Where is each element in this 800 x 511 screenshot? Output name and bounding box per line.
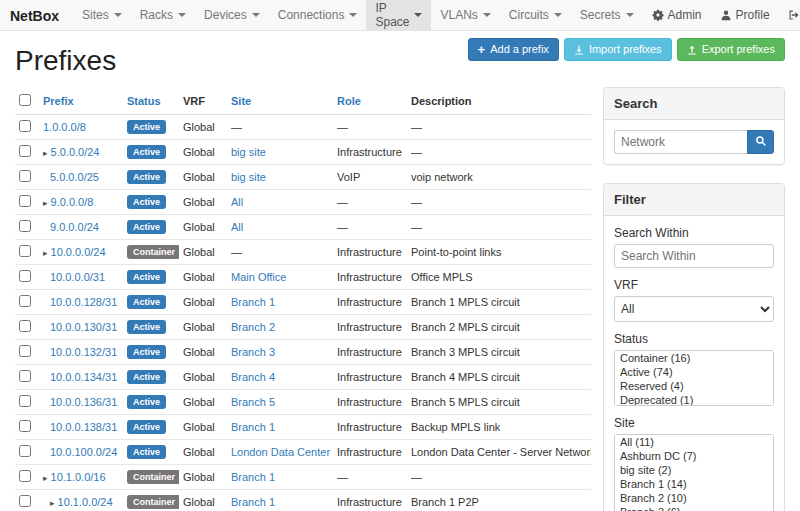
expand-arrow-icon: ▸: [43, 148, 48, 158]
app-brand[interactable]: NetBox: [0, 0, 73, 30]
search-panel-title: Search: [604, 88, 784, 120]
select-all-checkbox[interactable]: [19, 94, 31, 106]
role-value: Infrastructure: [337, 346, 402, 358]
row-checkbox[interactable]: [19, 245, 31, 257]
filter-option[interactable]: Branch 3 (6): [615, 505, 773, 511]
filter-option[interactable]: All (11): [615, 435, 773, 449]
site-link[interactable]: Branch 4: [231, 371, 275, 383]
filter-option[interactable]: big site (2): [615, 463, 773, 477]
row-checkbox[interactable]: [19, 195, 31, 207]
prefix-link[interactable]: 9.0.0.0/24: [50, 221, 99, 233]
nav-item-label: Secrets: [580, 8, 621, 22]
filter-option[interactable]: Active (74): [615, 365, 773, 379]
row-checkbox[interactable]: [19, 445, 31, 457]
row-checkbox[interactable]: [19, 295, 31, 307]
logout-link[interactable]: Log out: [779, 0, 800, 30]
prefix-link[interactable]: 10.1.0.0/16: [51, 471, 106, 483]
profile-link[interactable]: Profile: [711, 0, 779, 30]
site-link[interactable]: Branch 1: [231, 421, 275, 433]
prefix-link[interactable]: 5.0.0.0/24: [51, 146, 100, 158]
vrf-filter-select[interactable]: All: [614, 296, 774, 322]
filter-option[interactable]: Branch 2 (10): [615, 491, 773, 505]
site-link[interactable]: Main Office: [231, 271, 286, 283]
search-input[interactable]: [614, 130, 747, 154]
row-checkbox[interactable]: [19, 345, 31, 357]
prefix-link[interactable]: 5.0.0.0/25: [50, 171, 99, 183]
site-link[interactable]: All: [231, 221, 243, 233]
prefix-link[interactable]: 10.0.0.0/24: [51, 246, 106, 258]
site-link[interactable]: Branch 1: [231, 296, 275, 308]
vrf-value: Global: [183, 346, 215, 358]
user-icon: [720, 9, 732, 21]
row-checkbox[interactable]: [19, 145, 31, 157]
row-checkbox[interactable]: [19, 170, 31, 182]
filter-option[interactable]: Deprecated (1): [615, 393, 773, 406]
export-prefixes-button[interactable]: Export prefixes: [677, 38, 785, 61]
admin-link[interactable]: Admin: [643, 0, 711, 30]
site-link[interactable]: Branch 5: [231, 396, 275, 408]
chevron-down-icon: [554, 13, 562, 17]
site-link[interactable]: Branch 1: [231, 496, 275, 508]
nav-item-racks[interactable]: Racks: [131, 0, 195, 30]
site-filter-select[interactable]: All (11)Ashburn DC (7)big site (2)Branch…: [614, 434, 774, 511]
row-checkbox[interactable]: [19, 495, 31, 507]
plus-icon: +: [478, 44, 486, 55]
prefix-link[interactable]: 10.1.0.0/24: [58, 496, 113, 508]
row-checkbox[interactable]: [19, 395, 31, 407]
nav-item-connections[interactable]: Connections: [269, 0, 367, 30]
site-link[interactable]: big site: [231, 146, 266, 158]
site-link[interactable]: All: [231, 196, 243, 208]
status-badge: Active: [127, 195, 166, 209]
site-link[interactable]: Branch 2: [231, 321, 275, 333]
search-within-input[interactable]: [614, 244, 774, 268]
prefix-link[interactable]: 10.0.100.0/24: [50, 446, 117, 458]
status-filter-select[interactable]: Container (16)Active (74)Reserved (4)Dep…: [614, 350, 774, 406]
prefix-link[interactable]: 10.0.0.130/31: [50, 321, 117, 333]
nav-item-ip-space[interactable]: IP Space: [366, 0, 431, 30]
table-row: 1.0.0.0/8ActiveGlobal———: [15, 115, 591, 140]
prefix-link[interactable]: 10.0.0.136/31: [50, 396, 117, 408]
row-checkbox[interactable]: [19, 420, 31, 432]
prefix-link[interactable]: 10.0.0.134/31: [50, 371, 117, 383]
nav-item-circuits[interactable]: Circuits: [500, 0, 571, 30]
prefix-link[interactable]: 10.0.0.128/31: [50, 296, 117, 308]
profile-label: Profile: [736, 8, 770, 22]
chevron-down-icon: [114, 13, 122, 17]
status-badge: Active: [127, 420, 166, 434]
search-button[interactable]: [747, 130, 774, 154]
row-checkbox[interactable]: [19, 270, 31, 282]
site-link[interactable]: big site: [231, 171, 266, 183]
filter-option[interactable]: Branch 1 (14): [615, 477, 773, 491]
prefix-link[interactable]: 10.0.0.0/31: [50, 271, 105, 283]
nav-item-devices[interactable]: Devices: [195, 0, 269, 30]
table-row: 5.0.0.0/25ActiveGlobalbig siteVoIPvoip n…: [15, 165, 591, 190]
add-prefix-button[interactable]: + Add a prefix: [468, 38, 559, 61]
prefix-link[interactable]: 10.0.0.138/31: [50, 421, 117, 433]
prefix-link[interactable]: 9.0.0.0/8: [51, 196, 94, 208]
gear-icon: [652, 9, 664, 21]
role-value: —: [337, 121, 348, 133]
import-prefixes-button[interactable]: Import prefixes: [564, 38, 672, 61]
filter-option[interactable]: Reserved (4): [615, 379, 773, 393]
site-link[interactable]: London Data Center: [231, 446, 330, 458]
search-panel: Search: [603, 87, 785, 165]
nav-item-sites[interactable]: Sites: [73, 0, 131, 30]
filter-option[interactable]: Ashburn DC (7): [615, 449, 773, 463]
row-checkbox[interactable]: [19, 220, 31, 232]
column-header-status[interactable]: Status: [123, 88, 179, 115]
column-header-site[interactable]: Site: [227, 88, 333, 115]
prefix-link[interactable]: 10.0.0.132/31: [50, 346, 117, 358]
row-checkbox[interactable]: [19, 470, 31, 482]
site-link[interactable]: Branch 1: [231, 471, 275, 483]
row-checkbox[interactable]: [19, 370, 31, 382]
nav-item-vlans[interactable]: VLANs: [431, 0, 499, 30]
expand-arrow-icon: ▸: [43, 248, 48, 258]
site-link[interactable]: Branch 3: [231, 346, 275, 358]
nav-item-secrets[interactable]: Secrets: [571, 0, 643, 30]
filter-option[interactable]: Container (16): [615, 351, 773, 365]
column-header-prefix[interactable]: Prefix: [39, 88, 123, 115]
column-header-role[interactable]: Role: [333, 88, 407, 115]
prefix-link[interactable]: 1.0.0.0/8: [43, 121, 86, 133]
row-checkbox[interactable]: [19, 120, 31, 132]
row-checkbox[interactable]: [19, 320, 31, 332]
